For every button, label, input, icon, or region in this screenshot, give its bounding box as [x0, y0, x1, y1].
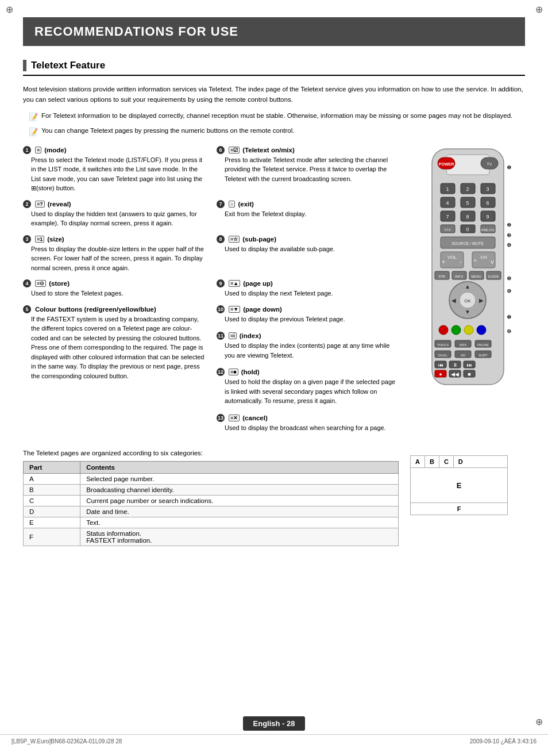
teletext-diagram: A B C D E F [410, 455, 508, 515]
footer-page-number: English - 28 [243, 716, 306, 731]
table-row: ASelected page number. [24, 474, 399, 485]
svg-text:➋: ➋ [507, 222, 511, 228]
svg-text:^: ^ [473, 259, 476, 265]
feature-body-2: Used to display the hidden text (answers… [23, 209, 205, 228]
corner-mark-tr: ⊕ [533, 3, 545, 15]
feature-title-2: 2 ≡? (reveal) [23, 200, 205, 208]
feature-num-1: 1 [23, 146, 31, 154]
feature-title-3: 3 ≡1 (size) [23, 235, 205, 243]
categories-section: The Teletext pages are organized accordi… [23, 450, 525, 546]
table-row: DDate and time. [24, 506, 399, 517]
section-title-bar [23, 60, 26, 71]
section-title-text: Teletext Feature [31, 60, 105, 71]
svg-text:TV: TV [487, 162, 492, 166]
svg-text:●: ● [439, 371, 442, 377]
feature-num-3: 3 [23, 235, 31, 243]
svg-text:⏭: ⏭ [466, 362, 472, 368]
teletext-body-label: E [457, 481, 462, 490]
feature-icon-9: ≡▲ [229, 280, 240, 287]
feature-icon-13: ≡✕ [229, 415, 240, 421]
feature-body-7: Exit from the Teletext display. [217, 209, 399, 219]
svg-text:5: 5 [466, 200, 469, 206]
categories-intro: The Teletext pages are organized accordi… [23, 450, 399, 456]
feature-num-8: 8 [217, 235, 225, 243]
page-title: RECOMMENDATIONS FOR USE [23, 17, 525, 46]
feature-body-1: Press to select the Teletext mode (LIST/… [23, 155, 205, 193]
svg-text:TTX: TTX [444, 228, 450, 232]
feature-item-3: 3 ≡1 (size) Press to display the double-… [23, 235, 205, 273]
feature-title-12: 12 ≡■ (hold) [217, 368, 399, 376]
table-cell-part: D [24, 506, 80, 517]
feature-grid: 1 ≡ (mode) Press to select the Teletext … [23, 146, 399, 440]
tele-cell-b: B [425, 456, 439, 467]
feature-icon-11: ≡i [229, 332, 237, 339]
svg-text:+: + [442, 259, 445, 265]
corner-mark-br: ⊕ [533, 716, 545, 727]
svg-text:3: 3 [486, 186, 489, 192]
feature-body-10: Used to display the previous Teletext pa… [217, 314, 399, 324]
svg-text:➎: ➎ [507, 276, 511, 281]
feature-num-5: 5 [23, 305, 31, 313]
table-cell-contents: Broadcasting channel identity. [80, 485, 399, 496]
feature-icon-1: ≡ [35, 147, 41, 153]
note-text-2: You can change Teletext pages by pressin… [41, 126, 294, 136]
feature-num-10: 10 [217, 305, 225, 313]
svg-text:2: 2 [466, 186, 469, 192]
feature-body-3: Press to display the double-size letters… [23, 244, 205, 273]
table-cell-contents: Date and time. [80, 506, 399, 517]
feature-icon-3: ≡1 [35, 236, 44, 243]
teletext-footer-label: F [457, 505, 461, 512]
intro-main: Most television stations provide written… [23, 84, 525, 105]
feature-item-10: 10 ≡▼ (page down) Used to display the pr… [217, 305, 399, 433]
corner-mark-tl: ⊕ [3, 3, 15, 15]
teletext-top-row: A B C D [411, 456, 507, 468]
page: ⊕ ⊕ RECOMMENDATIONS FOR USE Teletext Fea… [0, 0, 548, 756]
feature-body-8: Used to display the available sub-page. [217, 244, 399, 254]
table-cell-contents: Current page number or search indication… [80, 496, 399, 506]
svg-text:MENU: MENU [471, 275, 481, 278]
table-cell-part: F [24, 528, 80, 546]
feature-icon-2: ≡? [35, 201, 45, 208]
table-row: CCurrent page number or search indicatio… [24, 496, 399, 506]
svg-text:7: 7 [446, 214, 449, 220]
feature-item-8: 8 ≡☆ (sub-page) Used to display the avai… [217, 235, 399, 273]
svg-text:⏮: ⏮ [438, 362, 443, 368]
svg-text:8: 8 [466, 214, 469, 220]
note-icon-1: 📝 [29, 112, 38, 123]
svg-text:➏: ➏ [507, 289, 511, 294]
svg-text:▼: ▼ [465, 309, 470, 315]
table-cell-contents: Selected page number. [80, 474, 399, 485]
svg-text:◀: ◀ [451, 297, 456, 304]
svg-text:▶: ▶ [479, 297, 484, 304]
svg-text:⏸: ⏸ [452, 362, 457, 368]
svg-text:➍: ➍ [507, 243, 511, 248]
feature-body-13: Used to display the broadcast when searc… [217, 423, 399, 433]
table-row: BBroadcasting channel identity. [24, 485, 399, 496]
feature-item-9: 9 ≡▲ (page up) Used to display the next … [217, 279, 399, 298]
feature-body-12: Used to hold the display on a given page… [217, 377, 399, 406]
svg-text:OK: OK [464, 298, 471, 304]
feature-body-11: Used to display the index (contents) pag… [217, 341, 399, 360]
svg-text:TOOLS: TOOLS [437, 343, 448, 347]
categories-left: The Teletext pages are organized accordi… [23, 450, 399, 546]
svg-point-56 [451, 325, 461, 335]
svg-point-58 [477, 325, 486, 335]
feature-item-6: 6 ≡☑ (Teletext on/mix) Press to activate… [217, 146, 399, 193]
feature-num-12: 12 [217, 368, 225, 376]
teletext-footer: F [411, 502, 507, 515]
feature-title-9: 9 ≡▲ (page up) [217, 279, 399, 287]
svg-text:POWER: POWER [438, 162, 453, 166]
svg-text:v: v [491, 259, 493, 265]
feature-icon-8: ≡☆ [229, 236, 240, 243]
feature-num-7: 7 [217, 200, 225, 208]
feature-title-4: 4 ≡⊙ (store) [23, 279, 205, 287]
table-header-part: Part [24, 462, 80, 474]
note-icon-2: 📝 [29, 126, 38, 138]
feature-body-4: Used to store the Teletext pages. [23, 289, 205, 298]
table-cell-part: B [24, 485, 80, 496]
feature-item-7: 7 ○ (exit) Exit from the Teletext displa… [217, 200, 399, 228]
table-row: EText. [24, 517, 399, 528]
feature-num-13: 13 [217, 414, 225, 422]
svg-text:PRE-CH: PRE-CH [481, 228, 494, 232]
table-header-contents: Contents [80, 462, 399, 474]
